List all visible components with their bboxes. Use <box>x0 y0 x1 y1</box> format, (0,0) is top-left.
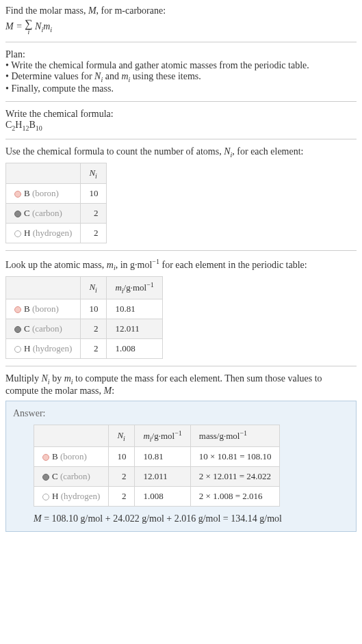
formula-n: N <box>35 21 41 31</box>
m-value: 10.81 <box>135 447 190 467</box>
plan-bullet-3: • Finally, compute the mass. <box>5 83 357 94</box>
molar-mass-formula: M = ∑i Nimi <box>5 19 357 35</box>
hydrogen-dot-icon <box>14 346 21 353</box>
answer-result: M = 108.10 g/mol + 24.022 g/mol + 2.016 … <box>34 513 349 524</box>
table-row: H (hydrogen) 2 1.008 2 × 1.008 = 2.016 <box>34 487 280 507</box>
atom-count-section: Use the chemical formula to count the nu… <box>5 146 357 243</box>
section-title: Look up the atomic mass, mi, in g·mol−1 … <box>5 258 357 271</box>
boron-dot-icon <box>42 454 49 461</box>
empty-header <box>6 276 81 299</box>
boron-dot-icon <box>14 191 21 198</box>
m-value: 12.011 <box>107 319 162 338</box>
equals: = <box>14 21 25 31</box>
m-value: 1.008 <box>135 487 190 507</box>
var-m: M <box>88 5 96 16</box>
n-value: 2 <box>81 224 107 243</box>
intro-section: Find the molar mass, M, for m-carborane:… <box>5 5 357 35</box>
atom-count-table: Ni B (boron) 10 C (carbon) 2 H (hydrogen… <box>5 163 107 244</box>
n-header: Ni <box>81 276 107 299</box>
table-row: B (boron) 10 10.81 <box>6 299 163 319</box>
n-value: 2 <box>81 204 107 224</box>
hydrogen-dot-icon <box>42 494 49 500</box>
m-value: 10.81 <box>107 299 162 319</box>
table-header-row: Ni mi/g·mol−1 <box>6 276 163 299</box>
summation-icon: ∑i <box>25 19 32 35</box>
element-cell: C (carbon) <box>6 319 81 338</box>
mass-calc: 2 × 1.008 = 2.016 <box>190 487 280 507</box>
divider <box>5 366 357 366</box>
element-cell: H (hydrogen) <box>6 338 81 358</box>
text: Find the molar mass, <box>5 5 88 16</box>
carbon-dot-icon <box>14 326 21 333</box>
n-header: Ni <box>109 425 135 447</box>
intro-line1: Find the molar mass, M, for m-carborane: <box>5 5 357 16</box>
table-row: C (carbon) 2 12.011 <box>6 319 163 338</box>
text: , for m-carborane: <box>96 5 166 16</box>
plan-section: Plan: • Write the chemical formula and g… <box>5 49 357 94</box>
n-value: 10 <box>109 447 135 467</box>
element-cell: H (hydrogen) <box>6 224 81 243</box>
mass-header: mass/g·mol−1 <box>190 425 280 447</box>
element-cell: H (hydrogen) <box>34 487 109 507</box>
table-row: B (boron) 10 10.81 10 × 10.81 = 108.10 <box>34 447 280 467</box>
section-title: Use the chemical formula to count the nu… <box>5 146 357 159</box>
table-row: C (carbon) 2 <box>6 204 107 224</box>
multiply-section: Multiply Ni by mi to compute the mass fo… <box>5 373 357 533</box>
element-cell: B (boron) <box>6 299 81 319</box>
boron-dot-icon <box>14 306 21 313</box>
table-header-row: Ni mi/g·mol−1 mass/g·mol−1 <box>34 425 280 447</box>
table-row: C (carbon) 2 12.011 2 × 12.011 = 24.022 <box>34 467 280 487</box>
mass-calc: 10 × 10.81 = 108.10 <box>190 447 280 467</box>
table-row: H (hydrogen) 2 <box>6 224 107 243</box>
empty-header <box>34 425 109 447</box>
table-header-row: Ni <box>6 163 107 184</box>
answer-table: Ni mi/g·mol−1 mass/g·mol−1 B (boron) 10 … <box>34 425 280 507</box>
table-row: H (hydrogen) 2 1.008 <box>6 338 163 358</box>
m-value: 1.008 <box>107 338 162 358</box>
m-value: 12.011 <box>135 467 190 487</box>
m-header: mi/g·mol−1 <box>107 276 162 299</box>
empty-header <box>6 163 81 184</box>
plan-bullet-2: • Determine values for Ni and mi using t… <box>5 71 357 83</box>
atomic-mass-table: Ni mi/g·mol−1 B (boron) 10 10.81 C (carb… <box>5 276 163 359</box>
divider <box>5 250 357 251</box>
divider <box>5 139 357 139</box>
element-cell: C (carbon) <box>6 204 81 224</box>
m-header: mi/g·mol−1 <box>135 425 190 447</box>
n-value: 2 <box>109 467 135 487</box>
n-value: 2 <box>81 319 107 338</box>
carbon-dot-icon <box>14 211 21 217</box>
formula-m: m <box>43 21 50 31</box>
multiply-text: Multiply Ni by mi to compute the mass fo… <box>5 373 357 397</box>
element-cell: B (boron) <box>34 447 109 467</box>
plan-title: Plan: <box>5 49 357 60</box>
section-title: Write the chemical formula: <box>5 109 357 120</box>
formula-lhs: M <box>5 21 14 31</box>
chemical-formula-section: Write the chemical formula: C2H12B10 <box>5 109 357 132</box>
divider <box>5 101 357 102</box>
mass-calc: 2 × 12.011 = 24.022 <box>190 467 280 487</box>
element-cell: C (carbon) <box>34 467 109 487</box>
atomic-mass-section: Look up the atomic mass, mi, in g·mol−1 … <box>5 258 357 358</box>
answer-box: Answer: Ni mi/g·mol−1 mass/g·mol−1 B (bo… <box>5 401 357 533</box>
carbon-dot-icon <box>42 474 49 481</box>
table-row: B (boron) 10 <box>6 184 107 204</box>
answer-label: Answer: <box>13 408 349 419</box>
n-value: 10 <box>81 184 107 204</box>
hydrogen-dot-icon <box>14 230 21 237</box>
n-header: Ni <box>81 163 107 184</box>
chemical-formula: C2H12B10 <box>5 120 357 132</box>
n-value: 2 <box>81 338 107 358</box>
element-cell: B (boron) <box>6 184 81 204</box>
n-value: 2 <box>109 487 135 507</box>
divider <box>5 42 357 42</box>
formula-m-sub: i <box>50 26 52 33</box>
plan-bullet-1: • Write the chemical formula and gather … <box>5 60 357 71</box>
n-value: 10 <box>81 299 107 319</box>
